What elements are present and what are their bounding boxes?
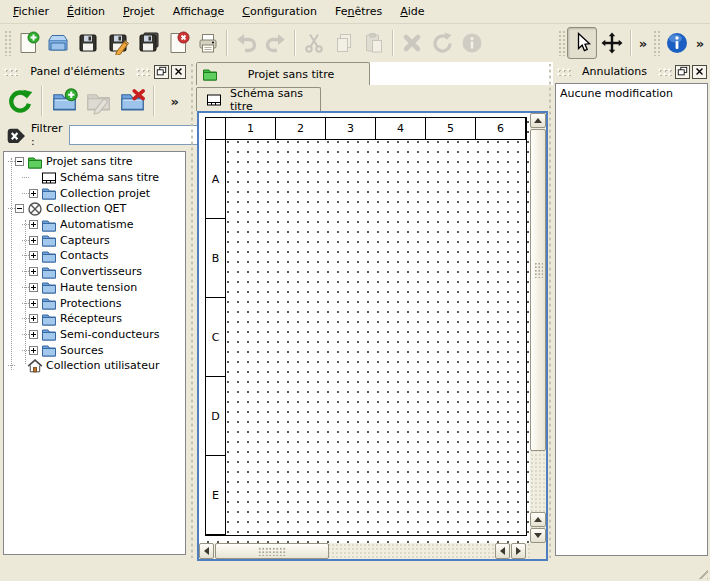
save-all-button[interactable] [133, 27, 163, 59]
expand-icon[interactable] [29, 220, 38, 229]
open-button[interactable] [43, 27, 73, 59]
tree-item[interactable]: Collection projet [4, 185, 185, 201]
clear-filter-button[interactable] [6, 127, 25, 144]
tree-item[interactable]: Collection QET [4, 201, 185, 217]
vertical-scroll-thumb[interactable] [530, 129, 546, 451]
collapse-icon[interactable] [15, 204, 24, 213]
menu-affichage[interactable]: Affichage [164, 2, 234, 22]
horizontal-scrollbar[interactable] [199, 543, 530, 559]
separator [294, 30, 296, 56]
expand-icon[interactable] [29, 236, 38, 245]
copy-button[interactable] [329, 27, 359, 59]
print-icon [196, 31, 220, 55]
redo-icon [264, 31, 288, 55]
tree-item[interactable]: Capteurs [4, 232, 185, 248]
undo-list-item[interactable]: Aucune modification [556, 84, 707, 103]
tree-item[interactable]: Protections [4, 295, 185, 311]
vertical-scrollbar[interactable] [530, 113, 546, 543]
cut-button[interactable] [299, 27, 329, 59]
tree-item[interactable]: Schéma sans titre [4, 170, 185, 186]
close-panel-button[interactable] [692, 65, 707, 79]
expand-icon[interactable] [29, 267, 38, 276]
scroll-up-button-2[interactable] [530, 512, 546, 527]
undo-list[interactable]: Aucune modification [555, 83, 708, 556]
tab-project[interactable]: Projet sans titre [196, 62, 370, 85]
delete-button[interactable] [397, 27, 427, 59]
save-all-icon [136, 31, 160, 55]
toolbar-handle[interactable] [4, 30, 11, 56]
tree-item[interactable]: Automatisme [4, 217, 185, 233]
resize-grip[interactable] [695, 566, 708, 579]
save-button[interactable] [73, 27, 103, 59]
info-overflow-button[interactable]: » [692, 36, 708, 51]
home-icon [27, 358, 43, 374]
redo-button[interactable] [261, 27, 291, 59]
main-toolbar: »» [0, 25, 710, 61]
menu-fenetres[interactable]: Fenêtres [326, 2, 391, 22]
diagram-canvas[interactable]: 123456ABCDE [199, 113, 530, 543]
schema-icon [41, 170, 57, 186]
tree-item[interactable]: Haute tension [4, 280, 185, 296]
menu-edition[interactable]: Édition [58, 2, 114, 22]
element-info-button[interactable] [457, 27, 487, 59]
expand-icon[interactable] [29, 330, 38, 339]
print-button[interactable] [193, 27, 223, 59]
expand-icon[interactable] [29, 314, 38, 323]
paste-button[interactable] [359, 27, 389, 59]
menu-bar: FichierÉditionProjetAffichageConfigurati… [0, 0, 710, 24]
menu-fichier[interactable]: Fichier [4, 2, 58, 22]
menu-aide[interactable]: Aide [391, 2, 433, 22]
tree-item[interactable]: Convertisseurs [4, 264, 185, 280]
scroll-left-button-2[interactable] [495, 543, 510, 559]
scroll-left-button[interactable] [199, 543, 214, 559]
pan-mode-button[interactable] [597, 27, 627, 59]
collapse-icon[interactable] [15, 157, 24, 166]
expand-icon[interactable] [29, 283, 38, 292]
expand-icon[interactable] [29, 346, 38, 355]
new-project-button[interactable] [13, 27, 43, 59]
rotate-button[interactable] [427, 27, 457, 59]
tree-item[interactable]: Sources [4, 342, 185, 358]
folder-blue-icon [41, 232, 57, 248]
menu-projet[interactable]: Projet [114, 2, 164, 22]
select-mode-button[interactable] [567, 27, 597, 59]
expand-icon[interactable] [29, 251, 38, 260]
tree-item[interactable]: Semi-conducteurs [4, 327, 185, 343]
panel-overflow-button[interactable]: » [171, 94, 179, 109]
undo-button[interactable] [231, 27, 261, 59]
close-file-button[interactable] [163, 27, 193, 59]
expand-icon[interactable] [29, 189, 38, 198]
move-icon [600, 31, 624, 55]
horizontal-scroll-thumb[interactable] [215, 543, 329, 559]
delete-category-button[interactable] [115, 83, 149, 119]
toolbar-handle[interactable] [558, 30, 565, 56]
expand-icon[interactable] [29, 299, 38, 308]
float-panel-button[interactable] [154, 65, 169, 79]
toolbar-handle[interactable] [653, 30, 660, 56]
expander-spacer [15, 361, 24, 370]
left-splitter[interactable] [189, 64, 195, 558]
tree-item[interactable]: Récepteurs [4, 311, 185, 327]
scroll-down-button[interactable] [530, 528, 546, 543]
diagram-view[interactable]: 123456ABCDE [197, 111, 548, 561]
close-panel-button[interactable] [171, 65, 186, 79]
reload-collections-button[interactable] [3, 83, 37, 119]
scroll-up-button[interactable] [530, 113, 546, 128]
column-header: 2 [276, 118, 326, 140]
folder-blue-icon [41, 279, 57, 295]
tree-item[interactable]: Collection utilisateur [4, 358, 185, 374]
tree-item[interactable]: Projet sans titre [4, 154, 185, 170]
folder-blue-icon [41, 248, 57, 264]
undo-panel-title: Annulations [572, 65, 657, 78]
tree-item[interactable]: Contacts [4, 248, 185, 264]
modes-overflow-button[interactable]: » [635, 36, 651, 51]
diagram-info-button[interactable] [662, 27, 692, 59]
save-as-button[interactable] [103, 27, 133, 59]
column-header: 3 [326, 118, 376, 140]
scroll-right-button[interactable] [511, 543, 526, 559]
float-panel-button[interactable] [675, 65, 690, 79]
edit-category-button[interactable] [81, 83, 115, 119]
tab-schema[interactable]: Schéma sans titre [196, 87, 321, 111]
new-category-button[interactable] [47, 83, 81, 119]
menu-configuration[interactable]: Configuration [233, 2, 326, 22]
